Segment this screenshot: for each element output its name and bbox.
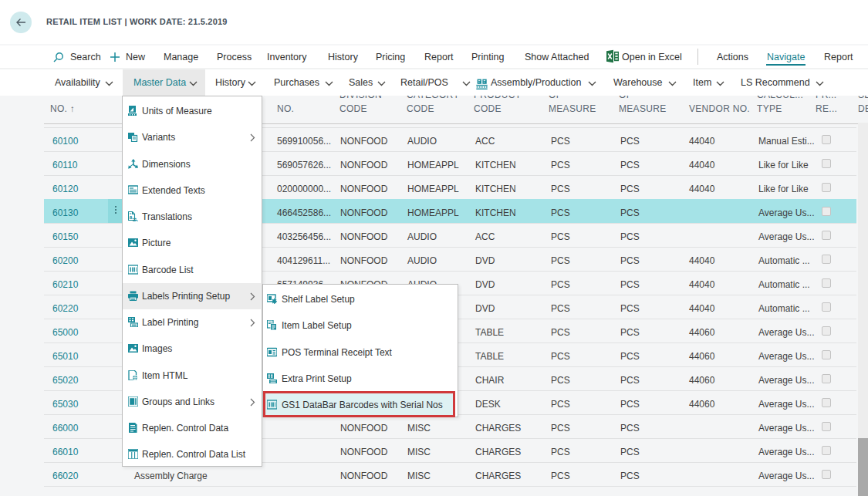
- svg-text:あ: あ: [132, 217, 138, 222]
